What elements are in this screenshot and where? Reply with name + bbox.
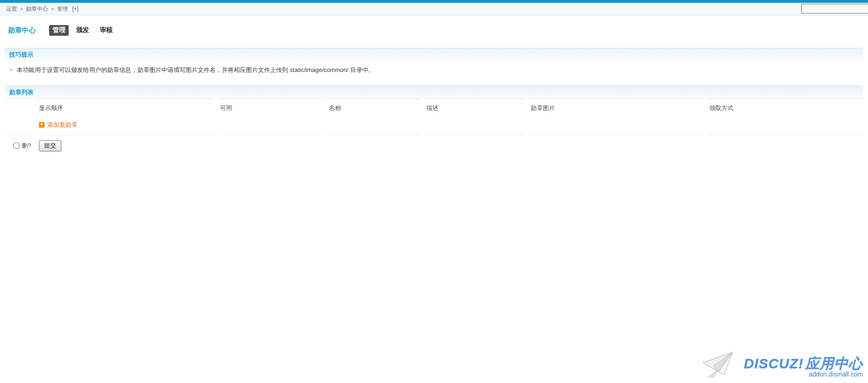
breadcrumb-expand-toggle[interactable]: [+] — [72, 6, 78, 12]
empty-cell — [5, 117, 32, 135]
empty-cell — [327, 117, 420, 135]
empty-cell — [707, 117, 863, 135]
column-header-description: 描述 — [424, 98, 524, 117]
column-header-checkbox — [5, 98, 32, 117]
delete-cell: 删? — [5, 135, 32, 156]
add-medal-link[interactable]: +添加新勋章 — [39, 121, 77, 129]
watermark-brand-suffix: 应用中心 — [805, 356, 863, 371]
submit-button[interactable]: 提交 — [39, 140, 61, 151]
column-header-available: 可用 — [218, 98, 322, 117]
column-header-obtain-method: 领取方式 — [707, 98, 863, 117]
discuz-watermark: DISCUZ!应用中心 addon.dismall.com — [702, 354, 863, 380]
delete-checkbox[interactable] — [13, 143, 19, 149]
breadcrumb-separator: » — [51, 6, 54, 12]
empty-cell — [424, 117, 524, 135]
watermark-text: DISCUZ!应用中心 addon.dismall.com — [744, 357, 863, 378]
tips-body: 本功能用于设置可以颁发给用户的勋章信息，勋章图片中请填写图片文件名，并将相应图片… — [5, 61, 863, 79]
watermark-domain: addon.dismall.com — [744, 370, 863, 378]
empty-cell — [218, 117, 322, 135]
delete-label: 删? — [22, 142, 31, 149]
medal-table-header-row: 显示顺序 可用 名称 描述 勋章图片 领取方式 — [5, 98, 863, 117]
column-header-display-order: 显示顺序 — [37, 98, 213, 117]
submit-cell: 提交 — [37, 135, 863, 156]
tip-item: 本功能用于设置可以颁发给用户的勋章信息，勋章图片中请填写图片文件名，并将相应图片… — [9, 66, 859, 74]
tab-manage[interactable]: 管理 — [49, 25, 69, 36]
search-input[interactable] — [801, 4, 868, 13]
medal-table: 勋章列表 显示顺序 可用 名称 描述 勋章图片 领取方式 +添加新勋章 删? 提… — [0, 85, 868, 156]
medal-list-section-title: 勋章列表 — [5, 85, 863, 98]
add-medal-cell: +添加新勋章 — [37, 117, 213, 135]
breadcrumb-link-operations[interactable]: 运营 — [6, 6, 17, 12]
breadcrumb-link-medal-center[interactable]: 勋章中心 — [26, 6, 48, 12]
watermark-brand: DISCUZ!应用中心 — [744, 357, 863, 370]
add-medal-label: 添加新勋章 — [47, 121, 77, 129]
plus-icon: + — [39, 122, 45, 128]
tab-audit[interactable]: 审核 — [96, 25, 116, 36]
empty-cell — [529, 117, 703, 135]
tips-section-title: 技巧提示 — [5, 48, 863, 61]
submit-row: 删? 提交 — [5, 135, 863, 156]
add-medal-row: +添加新勋章 — [5, 117, 863, 135]
watermark-brand-name: DISCUZ! — [744, 356, 804, 371]
paper-plane-icon — [702, 351, 740, 380]
breadcrumb-link-manage[interactable]: 管理 — [57, 6, 68, 12]
tab-issue[interactable]: 颁发 — [73, 25, 92, 36]
breadcrumb-bar: 运营»勋章中心»管理[+] — [0, 3, 868, 15]
page-header: 勋章中心 管理 颁发 审核 — [8, 25, 868, 36]
tips-table: 技巧提示 本功能用于设置可以颁发给用户的勋章信息，勋章图片中请填写图片文件名，并… — [0, 48, 868, 79]
column-header-medal-image: 勋章图片 — [529, 98, 703, 117]
breadcrumb-separator: » — [20, 6, 23, 12]
column-header-name: 名称 — [327, 98, 420, 117]
page-title: 勋章中心 — [8, 26, 36, 35]
